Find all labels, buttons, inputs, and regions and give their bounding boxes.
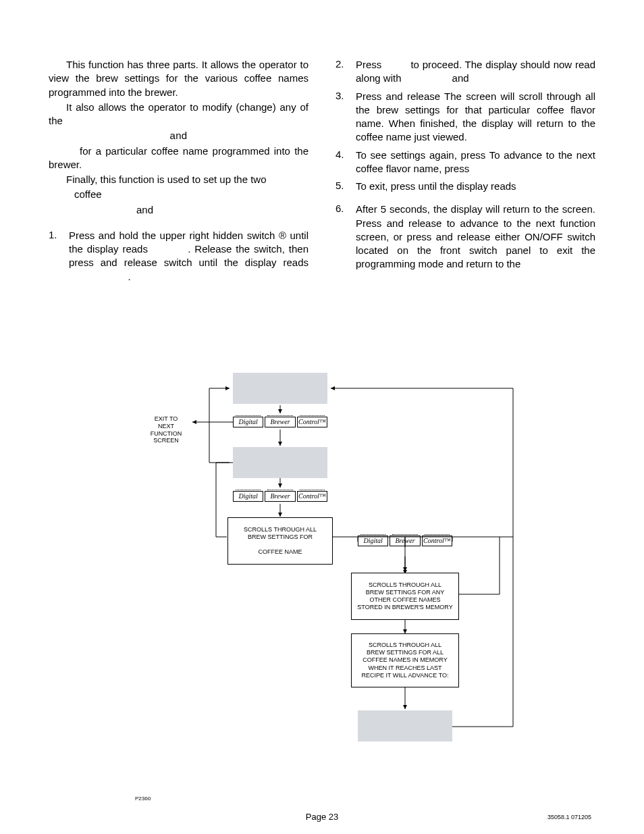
step-text: After 5 seconds, the display will return…	[356, 203, 595, 271]
dbc-seg-control: Control™	[297, 491, 327, 502]
step-1: 1. Press and hold the upper right hidden…	[49, 229, 308, 284]
dbc-seg-digital: Digital	[358, 536, 388, 546]
doc-number: 35058.1 071205	[547, 814, 591, 820]
and-line-2: and	[49, 203, 308, 217]
step-number: 3.	[336, 90, 356, 145]
step-5: 5. To exit, press until the display read…	[336, 180, 595, 193]
dbc-row-1: Digital Brewer Control™	[233, 415, 327, 429]
gray-box-1	[233, 373, 327, 404]
dbc-seg-control: Control™	[297, 417, 327, 427]
text-box-2: SCROLLS THROUGH ALL BREW SETTINGS FOR AN…	[351, 573, 459, 620]
step-text: Press and release The screen will scroll…	[356, 90, 595, 145]
gray-box-2	[233, 447, 327, 478]
step-text: To see settings again, press To advance …	[356, 149, 595, 176]
dbc-seg-control: Control™	[422, 536, 452, 546]
gray-box-3	[358, 710, 452, 741]
step-number: 4.	[336, 149, 356, 176]
para-4b: coffee	[74, 188, 308, 201]
dbc-row-2: Digital Brewer Control™	[233, 489, 327, 504]
step-1-pre: Press and hold the upper right hidden sw…	[69, 230, 279, 241]
step-6: 6. After 5 seconds, the display will ret…	[336, 203, 595, 271]
step-text: To exit, press until the display reads	[356, 180, 595, 193]
step-number: 6.	[336, 203, 356, 271]
step-number: 1.	[49, 229, 69, 284]
left-column: This function has three parts. It allows…	[49, 58, 308, 288]
figure-number: P2360	[135, 796, 151, 802]
dbc-seg-brewer: Brewer	[265, 417, 295, 427]
text-box-1: SCROLLS THROUGH ALL BREW SETTINGS FOR CO…	[227, 517, 333, 565]
para-1: This function has three parts. It allows…	[49, 58, 308, 99]
flowchart-diagram: EXIT TO NEXT FUNCTION SCREEN Digital Bre…	[122, 365, 540, 797]
step-number: 5.	[336, 180, 356, 193]
para-3: for a particular coffee name programmed …	[49, 145, 308, 172]
step-number: 2.	[336, 58, 356, 86]
step-4: 4. To see settings again, press To advan…	[336, 149, 595, 176]
procedure-list-right: 2. Press to proceed. The display should …	[336, 58, 595, 271]
para-2: It also allows the operator to modify (c…	[49, 101, 308, 128]
page: This function has three parts. It allows…	[0, 0, 644, 834]
dbc-seg-digital: Digital	[233, 417, 263, 427]
exit-label: EXIT TO NEXT FUNCTION SCREEN	[142, 415, 190, 444]
text-box-3: SCROLLS THROUGH ALL BREW SETTINGS FOR AL…	[351, 633, 459, 687]
step-3: 3. Press and release The screen will scr…	[336, 90, 595, 145]
dbc-row-3: Digital Brewer Control™	[358, 533, 452, 548]
and-line-1: and	[49, 129, 308, 142]
step-text: Press to proceed. The display should now…	[356, 58, 595, 86]
para-4: Finally, this function is used to set up…	[49, 173, 308, 186]
dbc-seg-brewer: Brewer	[390, 536, 420, 546]
dbc-seg-digital: Digital	[233, 491, 263, 502]
step-2: 2. Press to proceed. The display should …	[336, 58, 595, 86]
step-1-end: .	[128, 271, 131, 282]
right-column: 2. Press to proceed. The display should …	[336, 58, 595, 288]
registered-icon: ®	[279, 229, 286, 242]
dbc-seg-brewer: Brewer	[265, 491, 295, 502]
step-text: Press and hold the upper right hidden sw…	[69, 229, 308, 284]
two-column-layout: This function has three parts. It allows…	[49, 58, 595, 288]
procedure-list-left: 1. Press and hold the upper right hidden…	[49, 229, 308, 284]
